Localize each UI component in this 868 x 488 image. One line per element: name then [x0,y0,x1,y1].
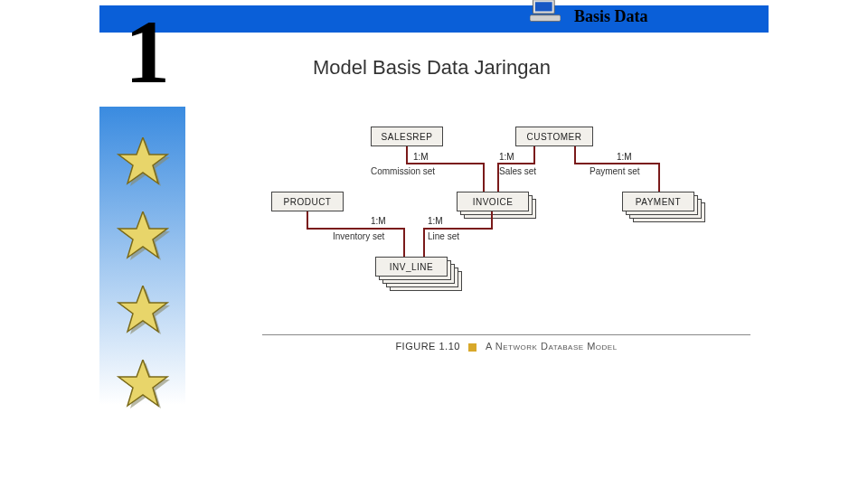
label-sales: Sales set [499,166,536,176]
entity-salesrep: SALESREP [371,127,443,146]
star-icon [116,286,170,340]
star-icon [116,360,170,414]
label-commission: Commission set [371,166,435,176]
link-line [658,163,660,192]
link-line [307,228,405,230]
link-line [406,146,408,164]
figure-title: A Network Database Model [486,341,618,352]
star-icon [116,137,170,192]
label-line: Line set [428,231,459,241]
link-line [497,163,535,164]
label-inventory: Inventory set [333,231,384,241]
label-payment: Payment set [590,166,640,176]
link-line [533,146,535,164]
link-line [574,163,660,164]
slide: Basis Data 1 Model Basis Data Jaringan S… [0,0,868,488]
link-line [406,163,485,164]
figure-caption: FIGURE 1.10 A Network Database Model [262,334,750,371]
ratio-payment: 1:M [617,152,632,162]
figure-number: FIGURE 1.10 [395,341,460,352]
entity-customer: CUSTOMER [515,127,593,146]
entity-invoice: INVOICE [457,192,529,211]
network-db-diagram: SALESREP CUSTOMER 1:M Commission set 1:M… [262,127,750,371]
entity-product: PRODUCT [271,192,344,211]
link-line [423,228,425,257]
ratio-inventory: 1:M [371,216,386,226]
entity-invline-stack: INV_LINE [375,257,475,295]
link-line [574,146,576,164]
link-line [483,163,485,192]
entity-payment-stack: PAYMENT [622,192,712,226]
link-line [423,228,493,230]
link-line [307,211,308,230]
left-panel [99,107,185,405]
slide-number: 1 [125,9,170,95]
ratio-sales: 1:M [499,152,514,162]
computer-icon [530,0,561,23]
slide-subtitle: Model Basis Data Jaringan [313,56,551,80]
svg-rect-2 [530,15,561,22]
entity-payment: PAYMENT [622,192,694,211]
ratio-commission: 1:M [413,152,429,162]
entity-invline: INV_LINE [375,257,448,277]
square-bullet-icon [468,343,476,352]
svg-rect-1 [535,3,552,12]
header-title: Basis Data [574,7,648,26]
star-icon [116,211,170,266]
link-line [491,211,493,230]
ratio-line: 1:M [428,216,443,226]
header-bar [99,5,769,33]
link-line [403,228,405,257]
entity-invoice-stack: INVOICE [457,192,540,221]
